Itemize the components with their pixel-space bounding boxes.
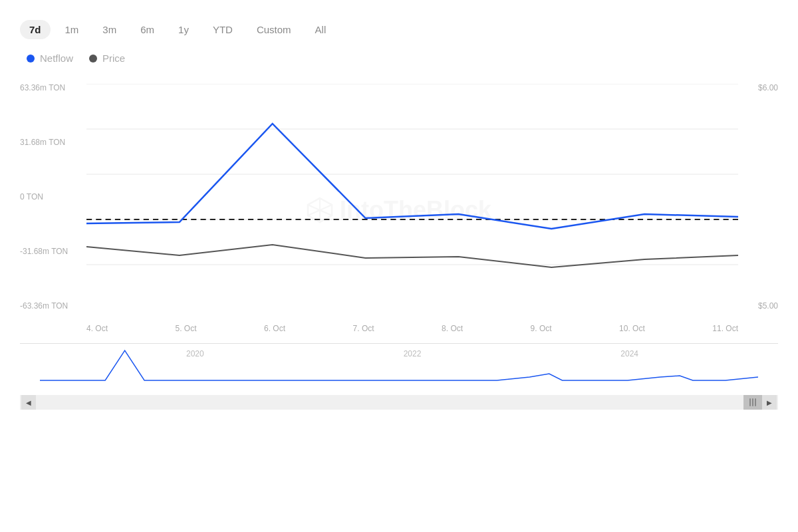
time-btn-6m[interactable]: 6m (131, 20, 164, 39)
time-range-bar: 7d1m3m6m1yYTDCustomAll (20, 20, 778, 39)
y-left-label-3: -31.68m TON (20, 247, 86, 255)
time-btn-1m[interactable]: 1m (56, 20, 88, 39)
y-right-label-4: $5.00 (758, 302, 778, 310)
y-axis-left: 63.36m TON31.68m TON0 TON-31.68m TON-63.… (20, 84, 86, 310)
time-btn-ytd[interactable]: YTD (203, 20, 242, 39)
netflow-dot (27, 55, 35, 63)
x-label-7: 11. Oct (712, 324, 738, 333)
mini-chart-container: 202020222024 ◀ ▶ (20, 343, 778, 410)
y-right-label-0: $6.00 (758, 84, 778, 92)
netflow-label: Netflow (40, 53, 73, 64)
mini-chart-scrollbar: ◀ ▶ (20, 395, 778, 410)
x-axis: 4. Oct5. Oct6. Oct7. Oct8. Oct9. Oct10. … (86, 324, 738, 333)
y-left-label-1: 31.68m TON (20, 138, 86, 146)
main-chart: IntoTheBlock 63.36m TON31.68m TON0 TON-3… (20, 84, 778, 336)
scroll-left-arrow[interactable]: ◀ (21, 395, 36, 410)
x-label-6: 10. Oct (619, 324, 645, 333)
scroll-handle-grip (749, 398, 756, 406)
y-left-label-4: -63.36m TON (20, 302, 86, 310)
scroll-right-arrow[interactable]: ▶ (762, 395, 777, 410)
y-left-label-2: 0 TON (20, 193, 86, 201)
y-axis-right: $6.00$5.00 (738, 84, 778, 310)
scroll-track[interactable] (36, 395, 762, 410)
time-btn-all[interactable]: All (306, 20, 336, 39)
x-label-0: 4. Oct (86, 324, 108, 333)
time-btn-1y[interactable]: 1y (169, 20, 198, 39)
chart-svg (86, 84, 738, 310)
x-label-5: 9. Oct (531, 324, 552, 333)
time-btn-custom[interactable]: Custom (247, 20, 301, 39)
legend-netflow: Netflow (27, 53, 73, 64)
y-left-label-0: 63.36m TON (20, 84, 86, 92)
x-label-4: 8. Oct (442, 324, 463, 333)
price-dot (89, 55, 97, 63)
grip-line-1 (749, 398, 751, 406)
x-label-1: 5. Oct (176, 324, 197, 333)
price-label: Price (102, 53, 125, 64)
chart-legend: Netflow Price (20, 53, 778, 64)
x-label-2: 6. Oct (264, 324, 285, 333)
time-btn-3m[interactable]: 3m (93, 20, 126, 39)
grip-line-2 (752, 398, 753, 406)
main-container: 7d1m3m6m1yYTDCustomAll Netflow Price Int… (0, 0, 798, 532)
x-label-3: 7. Oct (353, 324, 374, 333)
time-btn-7d[interactable]: 7d (20, 20, 51, 39)
grip-line-3 (755, 398, 756, 406)
scroll-handle[interactable] (743, 395, 762, 410)
legend-price: Price (89, 53, 125, 64)
mini-chart-svg (40, 344, 758, 390)
